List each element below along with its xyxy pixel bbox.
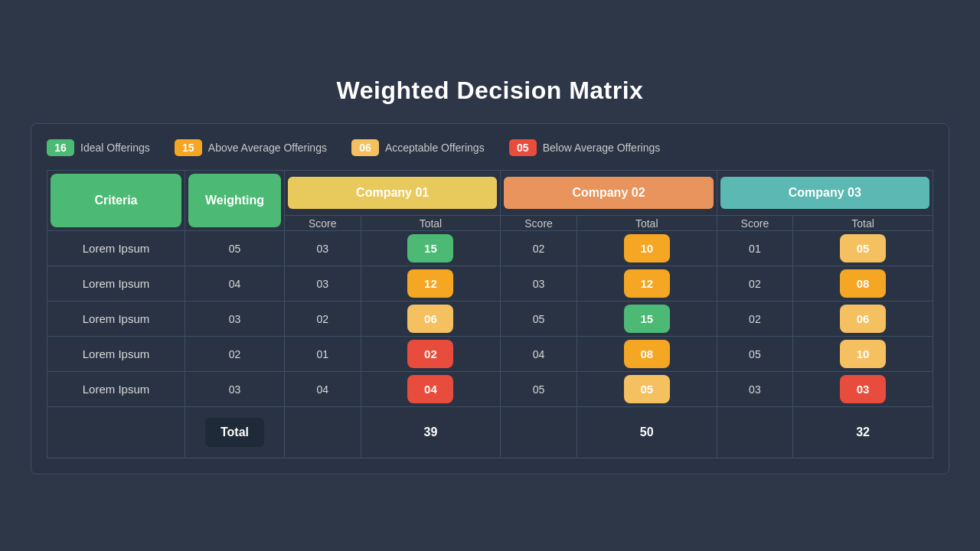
weighting-cell: 05 — [185, 231, 285, 266]
c02-total-header: Total — [577, 216, 717, 231]
legend-label-ideal: Ideal Offerings — [80, 142, 150, 154]
legend-badge-ideal: 16 — [47, 139, 74, 156]
table-row: Lorem Ipsum 04 03 12 03 12 02 08 — [47, 266, 933, 302]
table-row: Lorem Ipsum 03 02 06 05 15 02 06 — [47, 302, 933, 337]
table-row: Lorem Ipsum 05 03 15 02 10 01 05 — [47, 231, 933, 266]
c03-total-badge: 05 — [840, 234, 886, 262]
total-label: Total — [205, 418, 264, 447]
c03-total-badge: 06 — [840, 305, 886, 333]
company03-header: Company 03 — [720, 177, 929, 209]
c02-total-cell: 05 — [577, 372, 717, 407]
c01-total-cell: 12 — [361, 266, 501, 302]
legend-label-above: Above Average Offerings — [208, 142, 327, 154]
c02-total-badge: 05 — [624, 375, 670, 403]
total-c03-value: 32 — [793, 407, 933, 458]
c01-total-header: Total — [361, 216, 501, 231]
c03-score-header: Score — [717, 216, 793, 231]
c03-total-badge: 08 — [840, 269, 886, 298]
criteria-header: Criteria — [51, 174, 181, 227]
legend-item-ideal: 16 Ideal Offerings — [47, 139, 150, 156]
c01-total-badge: 02 — [407, 340, 453, 368]
c02-total-cell: 10 — [577, 231, 717, 266]
company02-header: Company 02 — [504, 177, 713, 209]
c03-total-cell: 03 — [793, 372, 933, 407]
c02-total-cell: 12 — [577, 266, 717, 302]
c01-total-badge: 12 — [407, 269, 453, 298]
weighting-cell: 03 — [185, 302, 285, 337]
c02-score-cell: 05 — [501, 372, 577, 407]
c02-total-badge: 15 — [624, 305, 670, 333]
criteria-cell: Lorem Ipsum — [47, 231, 185, 266]
c01-total-cell: 06 — [361, 302, 501, 337]
total-c03-score-empty — [717, 407, 793, 458]
c01-total-badge: 04 — [407, 375, 453, 403]
c02-score-header: Score — [501, 216, 577, 231]
total-empty-criteria — [47, 407, 185, 458]
c01-score-cell: 03 — [285, 231, 361, 266]
criteria-cell: Lorem Ipsum — [47, 337, 185, 372]
criteria-cell: Lorem Ipsum — [47, 266, 185, 302]
weighting-cell: 02 — [185, 337, 285, 372]
weighting-cell: 04 — [185, 266, 285, 302]
c02-total-cell: 08 — [577, 337, 717, 372]
c03-total-header: Total — [793, 216, 933, 231]
c03-score-cell: 05 — [717, 337, 793, 372]
page-title: Weighted Decision Matrix — [337, 77, 644, 105]
c01-total-cell: 15 — [361, 231, 501, 266]
weighting-header: Weighting — [188, 174, 281, 227]
weighting-cell: 03 — [185, 372, 285, 407]
c01-score-cell: 01 — [285, 337, 361, 372]
c01-score-cell: 04 — [285, 372, 361, 407]
c02-total-badge: 12 — [624, 269, 670, 298]
c03-total-cell: 05 — [793, 231, 933, 266]
matrix-container: 16 Ideal Offerings 15 Above Average Offe… — [31, 123, 949, 474]
c01-score-header: Score — [285, 216, 361, 231]
c03-score-cell: 01 — [717, 231, 793, 266]
legend-label-acceptable: Acceptable Offerings — [385, 142, 485, 154]
c03-score-cell: 03 — [717, 372, 793, 407]
criteria-cell: Lorem Ipsum — [47, 302, 185, 337]
c01-total-cell: 04 — [361, 372, 501, 407]
legend-item-below: 05 Below Average Offerings — [509, 139, 661, 156]
c01-score-cell: 02 — [285, 302, 361, 337]
c02-total-cell: 15 — [577, 302, 717, 337]
c01-total-badge: 06 — [407, 305, 453, 333]
c03-score-cell: 02 — [717, 302, 793, 337]
total-c02-value: 50 — [577, 407, 717, 458]
matrix-table: Criteria Weighting Company 01 Company 02… — [47, 170, 933, 458]
company01-header: Company 01 — [288, 177, 497, 209]
c02-score-cell: 05 — [501, 302, 577, 337]
c03-score-cell: 02 — [717, 266, 793, 302]
legend-item-acceptable: 06 Acceptable Offerings — [351, 139, 485, 156]
legend-label-below: Below Average Offerings — [543, 142, 661, 154]
total-label-cell: Total — [185, 407, 285, 458]
table-row: Lorem Ipsum 02 01 02 04 08 05 10 — [47, 337, 933, 372]
table-row: Lorem Ipsum 03 04 04 05 05 03 03 — [47, 372, 933, 407]
c03-total-cell: 10 — [793, 337, 933, 372]
legend-badge-below: 05 — [509, 139, 537, 156]
legend-item-above: 15 Above Average Offerings — [175, 139, 327, 156]
c02-score-cell: 04 — [501, 337, 577, 372]
total-c01-value: 39 — [361, 407, 501, 458]
c01-total-cell: 02 — [361, 337, 501, 372]
c02-score-cell: 03 — [501, 266, 577, 302]
c03-total-badge: 10 — [840, 340, 886, 368]
c03-total-badge: 03 — [840, 375, 886, 403]
legend-badge-acceptable: 06 — [351, 139, 379, 156]
total-c02-score-empty — [501, 407, 577, 458]
c02-total-badge: 10 — [624, 234, 670, 262]
criteria-cell: Lorem Ipsum — [47, 372, 185, 407]
c01-total-badge: 15 — [407, 234, 453, 262]
c02-score-cell: 02 — [501, 231, 577, 266]
c03-total-cell: 06 — [793, 302, 933, 337]
legend: 16 Ideal Offerings 15 Above Average Offe… — [47, 139, 933, 156]
header-row-1: Criteria Weighting Company 01 Company 02… — [47, 171, 933, 216]
c01-score-cell: 03 — [285, 266, 361, 302]
legend-badge-above: 15 — [175, 139, 202, 156]
c02-total-badge: 08 — [624, 340, 670, 368]
total-c01-score-empty — [285, 407, 361, 458]
c03-total-cell: 08 — [793, 266, 933, 302]
total-row: Total 39 50 32 — [47, 407, 933, 458]
